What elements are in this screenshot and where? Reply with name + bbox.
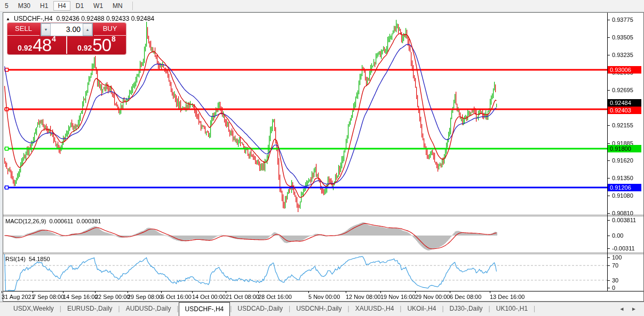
price-tick-label: 0.92155 — [612, 122, 633, 128]
chart-tab-eurusd-daily[interactable]: EURUSD-,Daily — [61, 302, 118, 316]
date-axis-label: 5 Nov 00:00 — [308, 294, 340, 300]
date-axis-label: 14 Oct 00:00 — [192, 294, 226, 300]
price-tick-mark — [607, 143, 610, 144]
macd-tick-label: 0.00 — [612, 232, 623, 239]
date-axis-tick — [346, 291, 346, 293]
date-axis-label: 21 Oct 08:00 — [226, 294, 259, 300]
chart-window: ▲ USDCHF-,H4 0.92436 0.92488 0.92433 0.9… — [3, 12, 644, 302]
buy-button[interactable]: BUY — [94, 23, 126, 36]
volume-decrease-button[interactable]: ▼ — [41, 23, 51, 36]
price-tick-label: 0.93775 — [612, 17, 633, 23]
date-axis-label: 29 Nov 00:00 — [415, 294, 450, 300]
price-tick-mark — [607, 90, 610, 91]
toolbar-separator — [132, 2, 133, 10]
date-axis-label: 6 Oct 16:00 — [161, 294, 192, 300]
date-axis-tick — [226, 291, 226, 293]
price-tick-mark — [607, 213, 610, 214]
date-axis-divider — [3, 291, 643, 291]
price-tick-mark — [607, 178, 610, 179]
chart-tab-uk100-h1[interactable]: UK100-,H1 — [490, 302, 534, 316]
bid-price[interactable]: 0.92 48 4 — [7, 36, 66, 54]
macd-tick-mark — [607, 248, 610, 249]
rsi-tick-label: 100 — [612, 254, 622, 261]
date-axis-label: 31 Aug 2021 — [2, 294, 35, 300]
date-axis-label: 6 Dec 08:00 — [450, 294, 481, 300]
timeframe-button-h1[interactable]: H1 — [36, 1, 52, 11]
chart-symbol-label: USDCHF-,H4 — [14, 15, 53, 22]
chart-tab-xauusd-h4[interactable]: XAUUSD-,H4 — [349, 302, 400, 316]
chart-tab-usdx-weekly[interactable]: USDX,Weekly — [7, 302, 60, 316]
rsi-tick-mark — [607, 288, 610, 288]
date-axis-label: 29 Sep 08:00 — [128, 294, 162, 300]
chart-tab-usdcnh-daily[interactable]: USDCNH-,Daily — [290, 302, 347, 316]
rsi-label: RSI(14) 54.1850 — [5, 256, 50, 262]
price-tick-label: 0.91080 — [612, 192, 633, 199]
date-axis-tick — [33, 291, 33, 293]
collapse-arrow-icon[interactable]: ▲ — [6, 17, 10, 21]
timeframe-button-5[interactable]: 5 — [1, 1, 13, 11]
price-badge[interactable]: 0.92403 — [608, 107, 641, 114]
rsi-value: 54.1850 — [29, 256, 50, 262]
volume-increase-button[interactable]: ▲ — [83, 23, 92, 36]
date-axis-label: 13 Dec 16:00 — [490, 294, 524, 300]
chart-tabs: USDX,Weekly|EURUSD-,Daily|AUDUSD-,Daily|… — [0, 302, 644, 316]
bid-price-big: 48 — [33, 38, 51, 52]
chart-tab-audusd-daily[interactable]: AUDUSD-,Daily — [120, 302, 177, 316]
pane-separator[interactable] — [3, 253, 643, 253]
timeframe-button-w1[interactable]: W1 — [89, 1, 107, 11]
date-axis-label: 7 Sep 08:00 — [33, 294, 64, 300]
price-badge[interactable]: 0.93006 — [608, 66, 641, 74]
price-tick-label: 0.91350 — [612, 175, 633, 181]
date-axis-tick — [415, 291, 416, 293]
price-tick-label: 0.92695 — [612, 87, 633, 93]
price-badge[interactable]: 0.91800 — [608, 145, 641, 152]
timeframe-button-h4[interactable]: H4 — [53, 1, 70, 11]
volume-input[interactable]: 3.00 — [51, 23, 83, 36]
tab-scroll-right-icon[interactable]: ► — [631, 306, 637, 312]
price-badge[interactable]: 0.91206 — [608, 184, 641, 191]
chart-ohlc-values: 0.92436 0.92488 0.92433 0.92484 — [57, 15, 155, 22]
date-axis-tick — [161, 291, 162, 293]
pane-separator — [3, 254, 643, 254]
chart-tab-ukoil-h4[interactable]: UKOil-,H4 — [401, 302, 442, 316]
pane-separator[interactable] — [3, 215, 643, 215]
ask-price-prefix: 0.92 — [77, 44, 92, 52]
date-axis-tick — [95, 291, 96, 293]
macd-signal-value: 0.000381 — [77, 218, 101, 224]
chart-tab-usdchf-h4[interactable]: USDCHF-,H4 — [179, 302, 230, 316]
price-tick-label: 0.91620 — [612, 157, 633, 164]
timeframe-button-mn[interactable]: MN — [108, 1, 127, 11]
price-tick-mark — [607, 55, 610, 55]
date-axis-label: 22 Sep 00:00 — [95, 294, 130, 300]
price-tick-mark — [607, 125, 610, 126]
rsi-canvas[interactable] — [4, 254, 607, 291]
chart-tabbar: USDX,Weekly|EURUSD-,Daily|AUDUSD-,Daily|… — [0, 302, 644, 316]
timeframe-toolbar: 5M30H1H4D1W1MN — [0, 0, 644, 12]
rsi-tick-label: 30 — [612, 277, 618, 283]
date-axis-tick — [258, 291, 259, 293]
chart-tab-dj30-daily[interactable]: DJ30-,Daily — [444, 302, 489, 316]
tab-scroll-left-icon[interactable]: ◄ — [619, 306, 624, 312]
price-badge[interactable]: 0.92484 — [608, 99, 641, 107]
date-axis-label: 19 Nov 16:00 — [380, 294, 415, 300]
date-axis-tick — [308, 291, 309, 293]
timeframe-button-m30[interactable]: M30 — [14, 1, 35, 11]
sell-button[interactable]: SELL — [7, 23, 39, 36]
date-axis-tick — [450, 291, 450, 293]
macd-main-value: 0.000611 — [49, 218, 73, 224]
date-axis-tick — [380, 291, 381, 293]
price-tick-mark — [607, 37, 610, 38]
volume-spinner: ▼ 3.00 ▲ — [41, 23, 93, 36]
macd-tick-label: -0.00311 — [612, 245, 635, 252]
date-axis-tick — [63, 291, 63, 293]
rsi-tick-mark — [607, 257, 610, 258]
price-tick-mark — [607, 160, 610, 161]
bid-price-sup: 4 — [52, 36, 56, 43]
rsi-tick-label: 0 — [612, 285, 615, 291]
chart-tab-usdcad-daily[interactable]: USDCAD-,Daily — [232, 302, 289, 316]
one-click-trading-panel: SELL ▼ 3.00 ▲ BUY 0.92 48 4 0.92 50 8 — [7, 23, 126, 54]
ask-price[interactable]: 0.92 50 8 — [66, 36, 126, 54]
trade-panel-row2: 0.92 48 4 0.92 50 8 — [7, 36, 126, 54]
macd-indicator-name: MACD(12,26,9) — [5, 218, 46, 224]
timeframe-button-d1[interactable]: D1 — [71, 1, 88, 11]
